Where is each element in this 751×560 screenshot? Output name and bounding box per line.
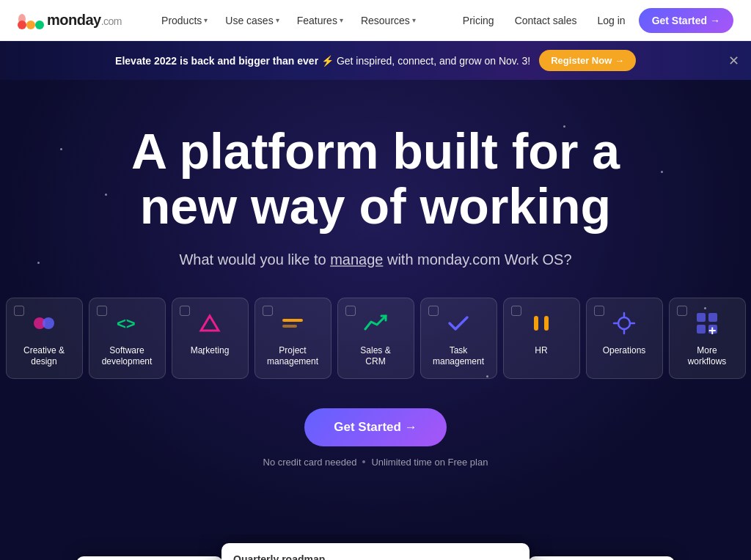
svg-rect-11: [544, 316, 549, 331]
workflow-card-sales[interactable]: Sales & CRM: [337, 298, 414, 379]
svg-point-3: [18, 14, 26, 24]
workflow-label: Operations: [603, 345, 646, 357]
svg-rect-18: [708, 313, 717, 322]
banner-register-button[interactable]: Register Now →: [539, 50, 636, 71]
hero-get-started-button[interactable]: Get Started →: [304, 408, 446, 446]
hero-subtitle: What would you like to manage with monda…: [179, 251, 571, 268]
workflow-card-marketing[interactable]: Marketing: [172, 298, 249, 379]
logo-icon: [18, 12, 44, 29]
sales-crm-icon: [362, 310, 389, 336]
workflow-card-creative[interactable]: Creative & design: [6, 298, 83, 379]
workflow-checkbox[interactable]: [14, 306, 24, 316]
workflow-checkbox[interactable]: [345, 306, 356, 316]
nav-products[interactable]: Products ▾: [154, 10, 215, 31]
cta-section: Get Started → No credit card needed Unli…: [263, 408, 488, 468]
svg-rect-17: [697, 313, 706, 322]
workflow-label: Sales & CRM: [360, 345, 390, 368]
close-icon[interactable]: ✕: [728, 53, 739, 69]
task-mgmt-icon: [445, 310, 472, 336]
star-decoration: [60, 148, 62, 150]
nav-features[interactable]: Features ▾: [290, 10, 351, 31]
marketing-icon: [197, 310, 223, 336]
svg-point-1: [26, 21, 35, 29]
nav-use-cases[interactable]: Use cases ▾: [218, 10, 286, 31]
cta-note: No credit card needed Unlimited time on …: [263, 457, 488, 468]
workflow-card-hr[interactable]: HR: [503, 298, 580, 379]
chevron-down-icon: ▾: [340, 16, 343, 24]
svg-rect-19: [697, 325, 706, 334]
svg-text:+: +: [708, 323, 717, 336]
hr-icon: [528, 310, 554, 336]
svg-rect-10: [534, 316, 538, 331]
promo-banner: Elevate 2022 is back and bigger than eve…: [0, 41, 751, 80]
nav-resources[interactable]: Resources ▾: [353, 10, 423, 31]
workflow-label: Project management: [267, 345, 318, 368]
svg-rect-8: [282, 319, 303, 322]
creative-design-icon: [31, 310, 57, 336]
svg-point-12: [618, 317, 630, 329]
star-decoration: [37, 262, 40, 264]
workflow-checkbox[interactable]: [263, 306, 273, 316]
workflow-label: HR: [535, 345, 547, 357]
workflow-card-more[interactable]: + More workflows: [669, 298, 746, 379]
nav-left: Products ▾ Use cases ▾ Features ▾ Resour…: [154, 10, 423, 31]
workflow-label: Creative & design: [23, 345, 65, 368]
workflow-checkbox[interactable]: [97, 306, 107, 316]
navbar: monday.com Products ▾ Use cases ▾ Featur…: [0, 0, 751, 41]
banner-text: Elevate 2022 is back and bigger than eve…: [115, 55, 530, 67]
project-mgmt-icon: [279, 310, 306, 336]
nav-right: Pricing Contact sales Log in Get Started…: [455, 8, 733, 33]
chevron-down-icon: ▾: [204, 16, 208, 24]
workflow-checkbox[interactable]: [180, 306, 190, 316]
svg-text:<>: <>: [117, 314, 136, 333]
nav-login[interactable]: Log in: [590, 10, 632, 31]
logo-text: monday.com: [47, 12, 122, 29]
workflow-checkbox[interactable]: [511, 306, 521, 316]
workflow-card-operations[interactable]: Operations: [586, 298, 663, 379]
operations-icon: [611, 310, 637, 336]
preview-card-left: Q1 roadmap overview: [76, 556, 223, 560]
svg-point-2: [35, 21, 44, 29]
workflow-label: Task management: [433, 345, 484, 368]
workflow-label: Marketing: [191, 345, 230, 357]
svg-rect-9: [282, 325, 297, 328]
software-dev-icon: <>: [114, 310, 140, 336]
preview-card-side: ⚙ Integrate J S G: [528, 556, 675, 560]
logo[interactable]: monday.com: [18, 12, 122, 29]
nav-pricing[interactable]: Pricing: [455, 10, 502, 31]
workflow-card-software[interactable]: <> Software development: [89, 298, 166, 379]
workflow-card-task[interactable]: Task management: [420, 298, 497, 379]
workflow-label: Software development: [102, 345, 153, 368]
preview-main-card: Quarterly roadmap This month Owner Statu…: [221, 543, 530, 560]
preview-main-title: Quarterly roadmap: [233, 553, 325, 560]
chevron-down-icon: ▾: [276, 16, 279, 24]
bullet-decoration: [362, 460, 365, 463]
preview-section: Q1 roadmap overview Quarterly roadmap Th…: [0, 534, 751, 560]
workflow-checkbox[interactable]: [677, 306, 687, 316]
svg-point-5: [43, 317, 54, 329]
svg-marker-7: [201, 316, 219, 331]
chevron-down-icon: ▾: [412, 16, 416, 24]
workflow-checkbox[interactable]: [428, 306, 439, 316]
workflow-label: More workflows: [688, 345, 727, 368]
workflow-checkbox[interactable]: [594, 306, 604, 316]
hero-subtitle-manage: manage: [330, 251, 383, 268]
more-workflows-icon: +: [694, 310, 720, 336]
nav-contact[interactable]: Contact sales: [508, 10, 585, 31]
nav-get-started-button[interactable]: Get Started →: [639, 8, 733, 33]
hero-section: A platform built for a new way of workin…: [0, 80, 751, 534]
hero-title: A platform built for a new way of workin…: [82, 124, 669, 234]
workflow-cards: Creative & design <> Software developmen…: [6, 298, 746, 379]
workflow-card-project[interactable]: Project management: [254, 298, 331, 379]
